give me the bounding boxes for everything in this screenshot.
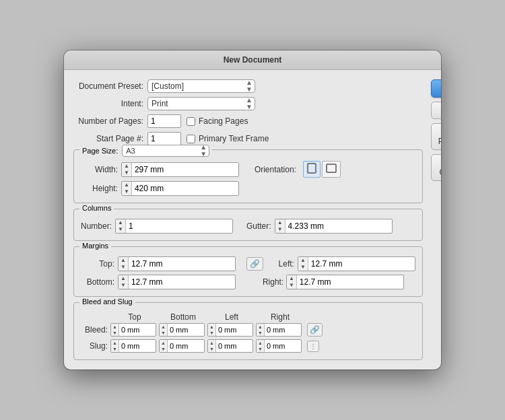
slug-top-input[interactable]: ▲ ▼ bbox=[110, 339, 156, 353]
bleed-bottom-value[interactable] bbox=[168, 324, 204, 335]
ok-button[interactable]: OK bbox=[431, 79, 441, 98]
slug-link-button[interactable]: ⋮ bbox=[307, 341, 319, 352]
portrait-button[interactable] bbox=[303, 161, 321, 178]
margins-top-value[interactable] bbox=[129, 258, 235, 270]
bleed-left-value[interactable] bbox=[216, 324, 252, 335]
text-frame-checkbox[interactable] bbox=[187, 135, 195, 143]
slug-left-input[interactable]: ▲ ▼ bbox=[207, 339, 253, 353]
slug-bottom-up[interactable]: ▲ bbox=[160, 340, 167, 346]
bleed-left-up[interactable]: ▲ bbox=[208, 324, 215, 330]
margins-bottom-arrows[interactable]: ▲ ▼ bbox=[119, 275, 129, 289]
slug-bottom-arrows[interactable]: ▲ ▼ bbox=[160, 340, 168, 352]
height-spinner[interactable]: ▲ ▼ bbox=[121, 181, 239, 196]
bleed-bottom-arrows[interactable]: ▲ ▼ bbox=[160, 324, 168, 336]
bleed-top-input[interactable]: ▲ ▼ bbox=[110, 323, 156, 337]
columns-number-up[interactable]: ▲ bbox=[116, 219, 125, 226]
bleed-left-down[interactable]: ▼ bbox=[208, 330, 215, 336]
slug-top-value[interactable] bbox=[119, 341, 156, 351]
margins-right-spinner[interactable]: ▲ ▼ bbox=[286, 275, 404, 289]
facing-pages-checkbox[interactable] bbox=[187, 117, 195, 126]
height-value[interactable] bbox=[132, 182, 238, 195]
margins-bottom-up[interactable]: ▲ bbox=[119, 275, 128, 282]
bleed-right-input[interactable]: ▲ ▼ bbox=[256, 323, 302, 337]
height-spinner-arrows[interactable]: ▲ ▼ bbox=[122, 182, 132, 195]
intent-select[interactable]: Print bbox=[147, 97, 255, 110]
landscape-button[interactable] bbox=[322, 161, 341, 178]
slug-bottom-input[interactable]: ▲ ▼ bbox=[159, 339, 205, 353]
height-up-arrow[interactable]: ▲ bbox=[122, 182, 131, 188]
columns-gutter-up[interactable]: ▲ bbox=[275, 219, 285, 226]
bleed-right-value[interactable] bbox=[265, 324, 301, 335]
columns-number-arrows[interactable]: ▲ ▼ bbox=[116, 219, 126, 233]
bleed-right-up[interactable]: ▲ bbox=[257, 324, 264, 330]
document-preset-select-wrapper[interactable]: [Custom] ▲▼ bbox=[147, 79, 255, 93]
width-spinner[interactable]: ▲ ▼ bbox=[121, 162, 239, 177]
slug-top-down[interactable]: ▼ bbox=[111, 346, 119, 352]
bleed-bottom-down[interactable]: ▼ bbox=[160, 330, 167, 336]
columns-number-spinner[interactable]: ▲ ▼ bbox=[115, 219, 233, 234]
columns-number-down[interactable]: ▼ bbox=[116, 226, 125, 233]
columns-number-value[interactable] bbox=[126, 220, 232, 232]
slug-right-input[interactable]: ▲ ▼ bbox=[256, 339, 302, 353]
margins-top-down[interactable]: ▼ bbox=[119, 264, 128, 271]
slug-right-up[interactable]: ▲ bbox=[257, 340, 264, 346]
bleed-left-arrows[interactable]: ▲ ▼ bbox=[208, 324, 216, 336]
pages-input[interactable] bbox=[147, 114, 181, 128]
margins-left-spinner[interactable]: ▲ ▼ bbox=[298, 256, 415, 271]
slug-right-down[interactable]: ▼ bbox=[257, 346, 264, 352]
slug-left-up[interactable]: ▲ bbox=[208, 340, 215, 346]
margins-top-spinner[interactable]: ▲ ▼ bbox=[118, 256, 236, 271]
slug-left-arrows[interactable]: ▲ ▼ bbox=[208, 340, 216, 352]
bleed-bottom-input[interactable]: ▲ ▼ bbox=[159, 323, 205, 337]
margins-bottom-spinner[interactable]: ▲ ▼ bbox=[118, 275, 236, 289]
slug-top-up[interactable]: ▲ bbox=[111, 340, 119, 346]
cancel-button[interactable]: Cancel bbox=[431, 102, 441, 119]
margins-right-down[interactable]: ▼ bbox=[287, 282, 296, 289]
bleed-top-up[interactable]: ▲ bbox=[111, 324, 119, 330]
page-size-select-wrapper[interactable]: A3 ▲▼ bbox=[122, 145, 209, 157]
slug-top-arrows[interactable]: ▲ ▼ bbox=[111, 340, 119, 352]
bleed-right-arrows[interactable]: ▲ ▼ bbox=[257, 324, 265, 336]
margins-right-arrows[interactable]: ▲ ▼ bbox=[287, 275, 297, 289]
width-spinner-arrows[interactable]: ▲ ▼ bbox=[122, 163, 132, 176]
margins-left-down[interactable]: ▼ bbox=[298, 264, 308, 271]
document-preset-select[interactable]: [Custom] bbox=[147, 79, 255, 93]
bleed-link-button[interactable]: 🔗 bbox=[307, 323, 323, 337]
margins-link-button[interactable]: 🔗 bbox=[246, 257, 263, 271]
margins-left-arrows[interactable]: ▲ ▼ bbox=[298, 257, 308, 271]
slug-left-down[interactable]: ▼ bbox=[208, 346, 215, 352]
margins-left-value[interactable] bbox=[308, 258, 415, 270]
slug-left-value[interactable] bbox=[216, 341, 252, 351]
columns-gutter-spinner[interactable]: ▲ ▼ bbox=[275, 219, 393, 234]
slug-bottom-down[interactable]: ▼ bbox=[160, 346, 167, 352]
slug-right-arrows[interactable]: ▲ ▼ bbox=[257, 340, 265, 352]
margins-top-up[interactable]: ▲ bbox=[119, 257, 128, 264]
margins-top-arrows[interactable]: ▲ ▼ bbox=[119, 257, 129, 271]
width-up-arrow[interactable]: ▲ bbox=[122, 163, 131, 170]
slug-bottom-value[interactable] bbox=[168, 341, 204, 351]
columns-gutter-value[interactable] bbox=[285, 220, 392, 232]
margins-right-up[interactable]: ▲ bbox=[287, 275, 296, 282]
form-left: Document Preset: [Custom] ▲▼ Intent: Pri… bbox=[73, 79, 423, 360]
save-preset-button[interactable]: Save Preset... bbox=[431, 123, 441, 150]
margins-bottom-value[interactable] bbox=[129, 276, 235, 288]
bleed-right-down[interactable]: ▼ bbox=[257, 330, 264, 336]
bleed-top-arrows[interactable]: ▲ ▼ bbox=[111, 324, 119, 336]
slug-right-value[interactable] bbox=[265, 341, 301, 351]
bleed-left-input[interactable]: ▲ ▼ bbox=[207, 323, 253, 337]
margins-left-up[interactable]: ▲ bbox=[298, 257, 308, 264]
page-size-select[interactable]: A3 bbox=[122, 145, 209, 157]
columns-gutter-down[interactable]: ▼ bbox=[275, 226, 285, 233]
intent-select-wrapper[interactable]: Print ▲▼ bbox=[147, 97, 255, 110]
width-down-arrow[interactable]: ▼ bbox=[122, 170, 131, 176]
bleed-top-value[interactable] bbox=[119, 324, 156, 335]
margins-right-value[interactable] bbox=[297, 276, 403, 288]
fewer-options-button[interactable]: Fewer Options bbox=[431, 154, 441, 181]
start-page-input[interactable] bbox=[147, 132, 181, 145]
height-down-arrow[interactable]: ▼ bbox=[122, 188, 131, 195]
width-value[interactable] bbox=[132, 164, 238, 176]
columns-gutter-arrows[interactable]: ▲ ▼ bbox=[275, 219, 285, 233]
margins-bottom-down[interactable]: ▼ bbox=[119, 282, 128, 289]
bleed-bottom-up[interactable]: ▲ bbox=[160, 324, 167, 330]
bleed-top-down[interactable]: ▼ bbox=[111, 330, 119, 336]
